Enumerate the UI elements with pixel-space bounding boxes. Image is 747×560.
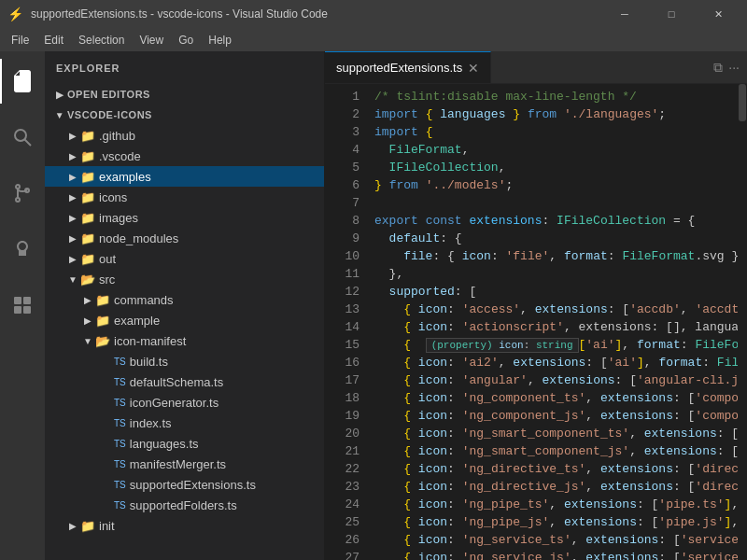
folder-github[interactable]: ▶ 📁 .github bbox=[45, 125, 324, 146]
file-icon: TS bbox=[114, 377, 126, 387]
folder-node-modules[interactable]: ▶ 📁 node_modules bbox=[45, 228, 324, 248]
split-editor-button[interactable]: ⧉ bbox=[713, 60, 723, 76]
file-manifestmerger-ts[interactable]: TS manifestMerger.ts bbox=[45, 454, 324, 474]
activity-explorer[interactable] bbox=[0, 59, 45, 104]
menu-edit[interactable]: Edit bbox=[36, 32, 71, 49]
folder-icon: 📁 bbox=[80, 519, 95, 533]
file-defaultschema-ts[interactable]: TS defaultSchema.ts bbox=[45, 371, 324, 392]
svg-line-1 bbox=[25, 140, 32, 147]
file-icon: TS bbox=[114, 459, 126, 469]
menu-help[interactable]: Help bbox=[201, 32, 239, 49]
chevron-right-icon: ▶ bbox=[65, 169, 80, 184]
code-line-2: import { languages } from './languages'; bbox=[374, 105, 738, 123]
menu-view[interactable]: View bbox=[132, 32, 171, 49]
folder-src[interactable]: ▼ 📂 src bbox=[45, 269, 324, 289]
tab-filename: supportedExtensions.ts bbox=[336, 61, 462, 75]
sidebar-header: Explorer bbox=[45, 51, 324, 84]
folder-icon: 📁 bbox=[80, 170, 95, 184]
folder-examples[interactable]: ▶ 📁 examples bbox=[45, 166, 324, 187]
code-line-23: { icon: 'ng_directive_js', extensions: [… bbox=[374, 478, 738, 496]
folder-vscode[interactable]: ▶ 📁 .vscode bbox=[45, 146, 324, 166]
svg-point-0 bbox=[15, 130, 26, 141]
code-line-14: { icon: 'actionscript', extensions: [], … bbox=[374, 318, 738, 336]
svg-rect-6 bbox=[23, 297, 31, 304]
file-index-ts[interactable]: TS index.ts bbox=[45, 413, 324, 433]
code-line-12: supported: [ bbox=[374, 283, 738, 301]
menu-go[interactable]: Go bbox=[171, 32, 201, 49]
file-supportedfolders-ts[interactable]: TS supportedFolders.ts bbox=[45, 495, 324, 515]
chevron-right-icon: ▶ bbox=[65, 210, 80, 225]
file-icon: TS bbox=[114, 398, 126, 408]
code-line-13: { icon: 'access', extensions: ['accdb', … bbox=[374, 301, 738, 318]
activity-extensions[interactable] bbox=[0, 283, 45, 328]
folder-icon: 📁 bbox=[80, 149, 95, 163]
title-bar: ⚡ supportedExtensions.ts - vscode-icons … bbox=[0, 0, 747, 28]
code-line-6: } from '../models'; bbox=[374, 176, 738, 194]
app-icon: ⚡ bbox=[7, 7, 23, 21]
section-vscode-icons[interactable]: ▼ VSCODE-ICONS bbox=[45, 105, 324, 125]
file-build-ts[interactable]: TS build.ts bbox=[45, 351, 324, 371]
tab-close-button[interactable]: ✕ bbox=[468, 61, 479, 76]
main-layout: Explorer ▶ OPEN EDITORS ▼ VSCODE-ICONS ▶… bbox=[0, 51, 747, 560]
code-line-24: { icon: 'ng_pipe_ts', extensions: ['pipe… bbox=[374, 496, 738, 513]
file-icon: TS bbox=[114, 418, 126, 428]
folder-commands[interactable]: ▶ 📁 commands bbox=[45, 289, 324, 310]
code-line-7 bbox=[374, 194, 738, 212]
chevron-right-icon: ▶ bbox=[65, 128, 80, 143]
minimize-button[interactable]: ─ bbox=[603, 0, 646, 28]
line-numbers: 12345 678910 1112131415 1617181920 21222… bbox=[325, 84, 367, 560]
code-line-15: { (property) icon: string['ai'], format:… bbox=[374, 336, 738, 354]
folder-icon: 📁 bbox=[95, 314, 110, 328]
folder-icons[interactable]: ▶ 📁 icons bbox=[45, 187, 324, 207]
maximize-button[interactable]: □ bbox=[650, 0, 693, 28]
code-line-4: FileFormat, bbox=[374, 141, 738, 159]
tab-supported-extensions[interactable]: supportedExtensions.ts ✕ bbox=[325, 51, 491, 83]
file-icon: TS bbox=[114, 480, 126, 490]
folder-icon-manifest[interactable]: ▼ 📂 icon-manifest bbox=[45, 330, 324, 351]
folder-init[interactable]: ▶ 📁 init bbox=[45, 515, 324, 536]
file-icongenerator-ts[interactable]: TS iconGenerator.ts bbox=[45, 392, 324, 413]
svg-point-2 bbox=[16, 185, 20, 189]
chevron-right-icon: ▶ bbox=[80, 313, 95, 328]
folder-example[interactable]: ▶ 📁 example bbox=[45, 310, 324, 330]
chevron-down-icon: ▼ bbox=[80, 333, 95, 348]
editor-scrollbar[interactable] bbox=[738, 84, 747, 560]
tab-actions: ⧉ ··· bbox=[706, 51, 747, 83]
activity-debug[interactable] bbox=[0, 227, 45, 272]
chevron-right-icon: ▶ bbox=[65, 189, 80, 204]
section-open-editors[interactable]: ▶ OPEN EDITORS bbox=[45, 84, 324, 105]
folder-icon: 📁 bbox=[80, 129, 95, 143]
code-line-25: { icon: 'ng_pipe_js', extensions: ['pipe… bbox=[374, 513, 738, 531]
close-button[interactable]: ✕ bbox=[697, 0, 740, 28]
more-actions-button[interactable]: ··· bbox=[728, 60, 740, 75]
svg-point-3 bbox=[16, 198, 20, 202]
tab-spacer bbox=[491, 51, 706, 83]
editor-area: supportedExtensions.ts ✕ ⧉ ··· 12345 678… bbox=[325, 51, 747, 560]
activity-bar bbox=[0, 51, 45, 560]
code-area[interactable]: /* tslint:disable max-line-length */ imp… bbox=[367, 84, 738, 560]
activity-search[interactable] bbox=[0, 115, 45, 160]
chevron-down-icon: ▼ bbox=[65, 272, 80, 287]
activity-git[interactable] bbox=[0, 171, 45, 216]
sidebar: Explorer ▶ OPEN EDITORS ▼ VSCODE-ICONS ▶… bbox=[45, 51, 325, 560]
menu-selection[interactable]: Selection bbox=[71, 32, 132, 49]
editor-content: 12345 678910 1112131415 1617181920 21222… bbox=[325, 84, 747, 560]
file-supportedextensions-ts[interactable]: TS supportedExtensions.ts bbox=[45, 474, 324, 495]
window-controls: ─ □ ✕ bbox=[603, 0, 740, 28]
svg-rect-5 bbox=[14, 297, 21, 304]
code-line-3: import { bbox=[374, 123, 738, 141]
folder-icon: 📁 bbox=[80, 211, 95, 225]
folder-out[interactable]: ▶ 📁 out bbox=[45, 248, 324, 269]
menu-file[interactable]: File bbox=[4, 32, 36, 49]
code-line-11: }, bbox=[374, 265, 738, 283]
menu-bar: File Edit Selection View Go Help bbox=[0, 28, 747, 51]
chevron-right-icon: ▶ bbox=[65, 518, 80, 533]
scrollbar-thumb[interactable] bbox=[739, 84, 746, 121]
folder-open-icon: 📂 bbox=[95, 334, 110, 348]
folder-images[interactable]: ▶ 📁 images bbox=[45, 207, 324, 228]
file-icon: TS bbox=[114, 357, 126, 367]
file-languages-ts[interactable]: TS languages.ts bbox=[45, 433, 324, 454]
folder-icon: 📁 bbox=[95, 293, 110, 307]
code-line-16: { icon: 'ai2', extensions: ['ai'], forma… bbox=[374, 354, 738, 371]
chevron-right-icon: ▶ bbox=[65, 251, 80, 266]
